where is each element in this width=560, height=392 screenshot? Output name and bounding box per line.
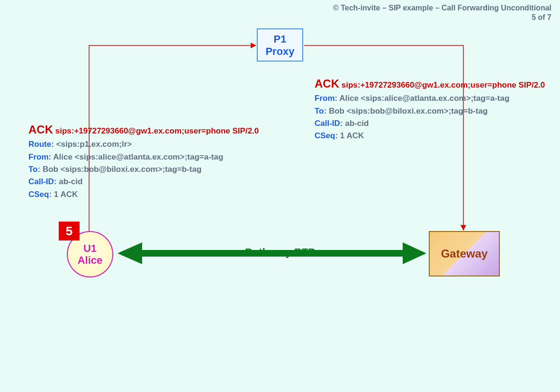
header-row: From: Alice <sips:alice@atlanta.ex.com>;…: [28, 151, 275, 163]
hdr-value: 1 ACK: [54, 190, 78, 199]
copyright-block: © Tech-invite – SIP example – Call Forwa…: [333, 4, 551, 22]
sip-method: ACK: [28, 123, 53, 136]
hdr-name: Route: [28, 140, 51, 149]
hdr-name: To: [28, 165, 38, 174]
copyright-line: © Tech-invite – SIP example – Call Forwa…: [333, 4, 551, 12]
request-line: ACK sips:+19727293660@gw1.ex.com;user=ph…: [315, 75, 556, 92]
hdr-name: To: [315, 107, 324, 116]
sip-msg-proxy-to-gateway: ACK sips:+19727293660@gw1.ex.com;user=ph…: [315, 75, 556, 143]
proxy-line2: Proxy: [258, 45, 302, 58]
sip-method: ACK: [315, 77, 339, 90]
hdr-value: Alice <sips:alice@atlanta.ex.com>;tag=a-…: [339, 94, 509, 103]
header-row: CSeq: 1 ACK: [28, 188, 275, 201]
hdr-name: Call-ID: [28, 177, 54, 186]
sip-msg-alice-to-proxy: ACK sips:+19727293660@gw1.ex.com;user=ph…: [28, 121, 275, 201]
request-uri: sips:+19727293660@gw1.ex.com;user=phone …: [55, 126, 259, 135]
rtp-label: Both way RTP: [0, 246, 560, 258]
hdr-value: ab-cid: [59, 177, 82, 186]
hdr-name: CSeq: [28, 190, 49, 199]
header-row: From: Alice <sips:alice@atlanta.ex.com>;…: [315, 92, 556, 105]
proxy-line1: P1: [258, 33, 302, 45]
step-badge: 5: [59, 222, 80, 241]
page-indicator: 5 of 7: [333, 13, 551, 22]
hdr-value: 1 ACK: [340, 131, 364, 140]
hdr-name: From: [28, 152, 49, 161]
hdr-value: ab-cid: [345, 119, 369, 128]
header-row: To: Bob <sips:bob@biloxi.ex.com>;tag=b-t…: [28, 163, 275, 176]
request-uri: sips:+19727293660@gw1.ex.com;user=phone …: [342, 80, 545, 89]
header-row: CSeq: 1 ACK: [315, 130, 556, 142]
hdr-name: From: [315, 94, 335, 103]
header-row: Call-ID: ab-cid: [315, 117, 556, 130]
hdr-name: Call-ID: [315, 119, 340, 128]
hdr-value: <sips:p1.ex.com;lr>: [56, 140, 132, 149]
hdr-name: CSeq: [315, 131, 335, 140]
diagram-stage: © Tech-invite – SIP example – Call Forwa…: [0, 0, 560, 392]
hdr-value: Bob <sips:bob@biloxi.ex.com>;tag=b-tag: [43, 165, 201, 174]
header-row: Call-ID: ab-cid: [28, 176, 275, 188]
request-line: ACK sips:+19727293660@gw1.ex.com;user=ph…: [28, 121, 275, 138]
hdr-value: Alice <sips:alice@atlanta.ex.com>;tag=a-…: [53, 152, 223, 161]
node-proxy: P1 Proxy: [257, 28, 303, 62]
header-row: Route: <sips:p1.ex.com;lr>: [28, 138, 275, 151]
header-row: To: Bob <sips:bob@biloxi.ex.com>;tag=b-t…: [315, 105, 556, 117]
hdr-value: Bob <sips:bob@biloxi.ex.com>;tag=b-tag: [329, 107, 488, 116]
